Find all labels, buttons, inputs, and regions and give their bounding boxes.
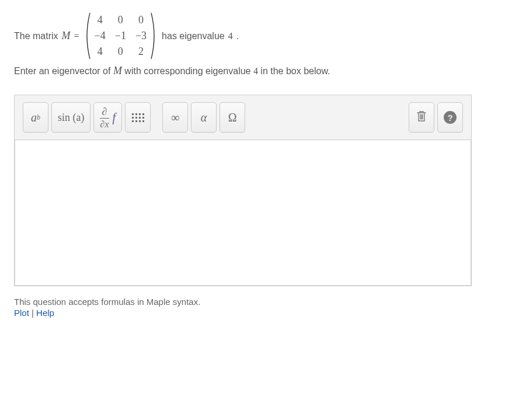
matrix-cell: −1 [115,30,126,42]
matrix-cell: 0 [135,14,147,26]
infinity-button[interactable]: ∞ [162,102,188,133]
derivative-button[interactable]: ∂ ∂x f [93,102,122,133]
matrix-cell: −3 [135,30,147,42]
matrix-cells: 4 0 0 −4 −1 −3 4 0 2 [91,12,150,60]
line2-c: in the box below. [258,66,330,76]
prompt-line-2: Enter an eigenvector of M with correspon… [14,65,505,77]
separator: | [29,308,36,318]
greek-lowercase-button[interactable]: α [191,102,217,133]
plot-link[interactable]: Plot [14,308,29,318]
help-button[interactable]: ? [437,102,463,133]
prompt-suffix-b: . [236,31,239,41]
left-paren-icon [83,12,91,60]
matrix-cell: −4 [95,30,106,42]
editor-toolbar: ab sin (a) ∂ ∂x f ∞ [23,102,463,133]
matrix-cell: 0 [115,46,126,58]
power-exp: b [37,113,40,122]
line2-symbol: M [113,65,122,77]
help-icon: ? [444,111,457,124]
prompt-suffix-a: has eigenvalue [162,31,225,41]
greek-uppercase-button[interactable]: Ω [220,102,245,133]
trig-button[interactable]: sin (a) [51,102,90,133]
grid-icon [132,113,144,122]
right-paren-icon [150,12,158,60]
deriv-bot: ∂x [100,120,109,129]
alpha-icon: α [201,111,207,124]
derivative-icon: ∂ ∂x f [100,106,116,129]
line2-eigenvalue: 4 [253,66,258,76]
deriv-top: ∂ [102,106,107,117]
matrix-symbol: M [62,30,71,42]
matrix-cell: 0 [115,14,126,26]
help-link[interactable]: Help [36,308,54,318]
power-button[interactable]: ab [23,102,48,133]
omega-icon: Ω [228,111,237,124]
footer-links: Plot | Help [14,308,505,318]
prompt-prefix: The matrix [14,31,58,41]
line2-b: with corresponding eigenvalue [122,66,253,76]
matrix-cell: 4 [95,46,106,58]
answer-input[interactable] [15,140,471,286]
prompt-line-1: The matrix M = 4 0 0 −4 −1 −3 4 0 2 has … [14,12,505,60]
equals-sign: = [74,31,79,41]
matrix-cell: 4 [95,14,106,26]
deriv-f: f [113,111,116,124]
syntax-note: This question accepts formulas in Maple … [14,297,505,307]
matrix-button[interactable] [125,102,151,133]
power-base: a [31,111,37,124]
clear-button[interactable] [409,102,434,133]
eigenvalue-text: 4 [228,31,233,41]
infinity-icon: ∞ [171,111,179,124]
equation-editor: ab sin (a) ∂ ∂x f ∞ [14,95,472,286]
matrix-display: 4 0 0 −4 −1 −3 4 0 2 [83,12,158,60]
trig-label: sin (a) [58,112,84,124]
line2-a: Enter an eigenvector of [14,66,113,76]
trash-icon [416,110,427,125]
matrix-cell: 2 [135,46,147,58]
